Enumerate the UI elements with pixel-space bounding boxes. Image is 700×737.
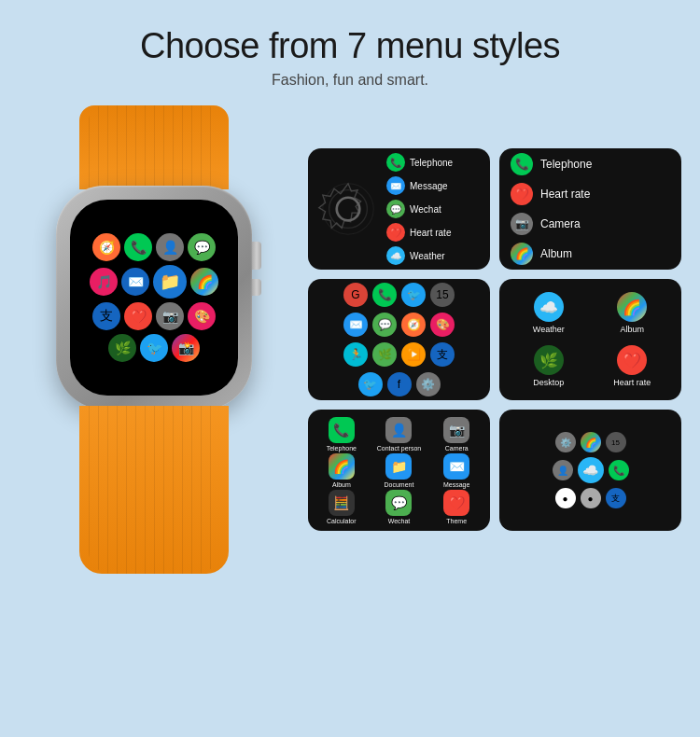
mini-row-1: G 📞 🐦 15 [343, 283, 455, 307]
mini-twitter2-icon: 🐦 [358, 372, 383, 396]
dark-list-camera: 📷 Camera [511, 213, 670, 235]
dark-list-heartrate: ❤️ Heart rate [511, 183, 670, 205]
app-icon-photos: 🌈 [190, 268, 218, 296]
grid-heartrate-label: Heart rate [613, 378, 651, 387]
app-list-document-label: Document [385, 481, 414, 488]
app-cell-wechat: 💬 Wechat [371, 490, 427, 524]
watch-body: 🧭 📞 👤 💬 🎵 ✉️ 📁 🌈 [56, 186, 252, 410]
app-row-3: 支 ❤️ 📷 🎨 [92, 302, 216, 330]
app-icon-twitter: 🐦 [140, 334, 168, 362]
app-cell-album: 🌈 Album [314, 453, 370, 488]
mini-row-2: ✉️ 💬 🧭 🎨 [343, 313, 455, 337]
small-calendar-icon: 15 [606, 432, 626, 452]
app-cell-message: ✉️ Message [428, 453, 484, 488]
mini-row-4: 🐦 f ⚙️ [358, 372, 441, 396]
weather-label: Weather [410, 251, 445, 261]
menu-panel-4: ☁️ Weather 🌈 Album 🌿 Desktop ❤️ Heart ra… [499, 279, 681, 400]
list-item-message: ✉️ Message [386, 176, 483, 195]
grid-desktop-label: Desktop [533, 378, 564, 387]
app-row-1: 🧭 📞 👤 💬 [92, 233, 216, 261]
panel-gear: 📞 Telephone ✉️ Message 💬 Wechat ❤️ Heart… [308, 148, 490, 270]
mini-wechat-icon2: 💬 [372, 313, 397, 337]
mini-safari-icon: 🧭 [401, 313, 426, 337]
panel-small-grid: ⚙️ 🌈 15 👤 ☁️ 📞 ● ● 支 [499, 410, 681, 531]
grid-weather-label: Weather [533, 325, 565, 334]
small-alipay-icon: 支 [606, 488, 626, 508]
list-item-telephone: 📞 Telephone [386, 153, 483, 172]
page-title: Choose from 7 menu styles [0, 26, 700, 66]
dark-list-telephone: 📞 Telephone [511, 153, 670, 175]
watch-crown2 [252, 279, 261, 296]
panels-grid: 📞 Telephone ✉️ Message 💬 Wechat ❤️ Heart… [308, 148, 681, 531]
mini-fb-icon: f [387, 372, 412, 396]
grid-album-label: Album [620, 325, 644, 334]
wechat-label: Wechat [410, 204, 441, 215]
menu-panel-1: 📞 Telephone ✉️ Message 💬 Wechat ❤️ Heart… [308, 148, 490, 270]
small-row-2: 👤 ☁️ 📞 [553, 457, 629, 483]
app-list-telephone-icon: 📞 [329, 417, 355, 443]
watch-screen-inner: 🧭 📞 👤 💬 🎵 ✉️ 📁 🌈 [70, 200, 238, 396]
app-list-wechat-icon: 💬 [385, 490, 412, 516]
page-subtitle: Fashion, fun and smart. [0, 72, 700, 89]
small-photos-icon: 🌈 [581, 432, 601, 452]
small-settings-icon: ⚙️ [555, 432, 576, 452]
app-icon-music: 🎵 [90, 268, 118, 296]
app-list-document-icon: 📁 [385, 453, 412, 480]
app-icon-alipay: 支 [92, 302, 120, 330]
app-icon-instagram: 📸 [172, 334, 200, 362]
smartwatch: 🧭 📞 👤 💬 🎵 ✉️ 📁 🌈 [51, 105, 257, 574]
app-icon-safari: 🧭 [92, 233, 120, 261]
app-list-contact-label: Contact person [377, 445, 421, 452]
panel-app-list: 📞 Telephone 👤 Contact person 📷 Camera 🌈 … [308, 410, 490, 531]
app-cell-contact: 👤 Contact person [371, 417, 427, 452]
app-list-contact-icon: 👤 [385, 417, 412, 443]
small-dot1-icon: ● [555, 488, 576, 508]
message-label: Message [410, 181, 448, 191]
small-phone-icon: 📞 [609, 460, 629, 480]
app-icon-art: 🎨 [188, 302, 216, 330]
dark-album-label: Album [540, 247, 572, 260]
app-icon-camera: 📷 [156, 302, 184, 330]
mini-alipay-icon: 支 [430, 342, 455, 367]
list-item-weather: ☁️ Weather [386, 246, 483, 265]
app-cell-document: 📁 Document [371, 453, 427, 488]
dark-heartrate-label: Heart rate [540, 188, 590, 201]
heartrate-label: Heart rate [410, 228, 451, 238]
watch-app-grid: 🧭 📞 👤 💬 🎵 ✉️ 📁 🌈 [90, 233, 218, 362]
mini-twitter-icon: 🐦 [401, 283, 426, 307]
grid-desktop-icon: 🌿 [534, 345, 564, 375]
telephone-label: Telephone [410, 158, 453, 168]
watch-screen: 🧭 📞 👤 💬 🎵 ✉️ 📁 🌈 [70, 200, 238, 396]
dark-telephone-label: Telephone [540, 158, 592, 171]
watch-band-bottom [79, 406, 229, 574]
message-icon: ✉️ [386, 176, 405, 195]
watch-crown [252, 242, 261, 270]
mini-run-icon: 🌿 [372, 342, 397, 367]
telephone-icon: 📞 [386, 153, 405, 172]
app-list-message-icon: ✉️ [443, 453, 469, 480]
gear-visual [315, 176, 381, 242]
menu-panel-5: 📞 Telephone 👤 Contact person 📷 Camera 🌈 … [308, 410, 490, 531]
app-icon-health: ❤️ [124, 302, 152, 330]
app-icon-mail: ✉️ [121, 268, 149, 296]
gear-icon [316, 177, 380, 241]
mini-phone-icon: 📞 [372, 283, 397, 307]
panel-icon-grid: G 📞 🐦 15 ✉️ 💬 🧭 🎨 🏃 🌿 ▶️ 支 [308, 279, 490, 400]
wechat-icon: 💬 [386, 200, 405, 218]
app-list-theme-icon: ❤️ [443, 490, 469, 516]
app-list-calculator-label: Calculator [327, 518, 357, 524]
grid-cell-album: 🌈 Album [593, 288, 673, 338]
mini-settings-icon: ⚙️ [416, 372, 441, 396]
app-icon-wechat: 💬 [188, 233, 216, 261]
app-list-telephone-label: Telephone [327, 445, 357, 452]
weather-icon: ☁️ [386, 246, 405, 265]
small-person-icon: 👤 [553, 460, 573, 480]
mini-row-3: 🏃 🌿 ▶️ 支 [343, 342, 455, 367]
menu-panel-6: ⚙️ 🌈 15 👤 ☁️ 📞 ● ● 支 [499, 410, 681, 531]
heartrate-icon: ❤️ [386, 223, 405, 242]
dark-list-album: 🌈 Album [511, 243, 670, 265]
list-item-heartrate: ❤️ Heart rate [386, 223, 483, 242]
grid-cell-heartrate: ❤️ Heart rate [593, 341, 673, 391]
grid-heartrate-icon: ❤️ [617, 345, 647, 375]
menu-panel-2: 📞 Telephone ❤️ Heart rate 📷 Camera 🌈 Alb… [499, 148, 681, 270]
